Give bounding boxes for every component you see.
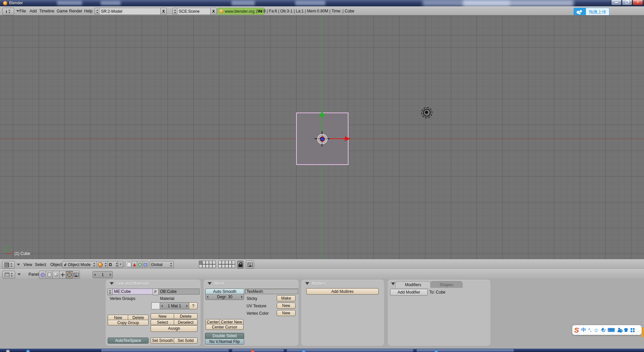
vertex-color-new-button[interactable]: New xyxy=(277,310,296,316)
3d-viewport[interactable]: y x (1) Cube xyxy=(0,15,644,259)
menu-add[interactable]: Add xyxy=(30,9,37,13)
ime-menu-icon[interactable] xyxy=(631,328,635,332)
layer-cell[interactable] xyxy=(209,261,212,264)
editor-type-selector[interactable]: i xyxy=(2,8,14,15)
degrees-slider[interactable]: Degr: 30 xyxy=(205,294,244,300)
uv-texture-new-button[interactable]: New xyxy=(277,303,296,309)
layer-cell[interactable] xyxy=(206,261,209,264)
taskbar-icon[interactable] xyxy=(302,350,306,352)
add-modifier-button[interactable]: Add Modifier xyxy=(390,289,428,296)
deselect-button[interactable]: Deselect xyxy=(174,319,198,325)
emoji-icon[interactable]: ☺ xyxy=(594,327,599,333)
orientation-dropdown[interactable]: Global xyxy=(150,261,174,268)
layer-cell[interactable] xyxy=(199,261,202,264)
menu-render[interactable]: Render xyxy=(69,9,82,13)
layer-cell[interactable] xyxy=(228,261,232,264)
menu-file[interactable]: File xyxy=(19,9,26,13)
mesh-name-field[interactable]: ME:Cube xyxy=(112,289,156,295)
collapse-menu-icon[interactable] xyxy=(16,10,19,12)
screen-spinner[interactable] xyxy=(95,8,100,15)
manipulator-grab-toggle[interactable] xyxy=(125,261,132,268)
texmesh-field[interactable]: TexMesh: xyxy=(245,289,298,294)
tab-shapes[interactable]: Shapes xyxy=(430,281,463,288)
scene-buttons-tab[interactable] xyxy=(72,271,80,279)
screen-selector[interactable]: SR:2-Model xyxy=(99,8,163,15)
layer-cell[interactable] xyxy=(212,264,216,268)
collapse-menu-icon[interactable] xyxy=(17,264,20,266)
menu-select[interactable]: Select xyxy=(35,262,46,267)
taskbar-button[interactable] xyxy=(101,349,229,352)
layer-cell[interactable] xyxy=(206,264,209,268)
screen-close-button[interactable]: X xyxy=(160,8,167,15)
soft-keyboard-icon[interactable]: ⌨ xyxy=(607,327,615,333)
taskbar-button[interactable] xyxy=(417,349,514,352)
menu-game[interactable]: Game xyxy=(57,9,68,13)
skin-icon[interactable] xyxy=(624,328,628,332)
add-multires-button[interactable]: Add Multires xyxy=(306,288,379,295)
material-color-swatch[interactable] xyxy=(151,302,160,309)
sogou-logo-icon[interactable]: S xyxy=(574,326,579,334)
frame-increment-icon[interactable] xyxy=(110,273,111,276)
tab-modifiers[interactable]: Modifiers xyxy=(395,281,431,288)
scene-close-button[interactable]: X xyxy=(210,8,217,15)
manipulator-x-arrow[interactable] xyxy=(345,136,351,141)
panel-collapse-icon[interactable] xyxy=(305,282,309,285)
menu-object[interactable]: Object xyxy=(50,262,62,267)
frame-decrement-icon[interactable] xyxy=(94,273,96,276)
voice-input-icon[interactable] xyxy=(601,328,605,333)
layer-cell[interactable] xyxy=(209,264,212,268)
layer-cell[interactable] xyxy=(225,264,228,268)
material-help-button[interactable]: ? xyxy=(189,302,198,309)
no-vnormal-flip-toggle[interactable]: No V.Normal Flip xyxy=(205,339,244,345)
degr-increment-icon[interactable] xyxy=(241,296,243,298)
restore-button[interactable] xyxy=(622,0,632,5)
chinese-mode-icon[interactable]: 中 xyxy=(581,327,586,333)
script-buttons-tab[interactable] xyxy=(46,271,53,279)
collapse-menu-icon[interactable] xyxy=(17,273,21,275)
center-cursor-button[interactable]: Center Cursor xyxy=(206,324,244,330)
layer-cell[interactable] xyxy=(199,264,202,268)
frame-number-field[interactable]: 1 xyxy=(93,271,113,278)
assign-button[interactable]: Assign xyxy=(151,325,198,332)
scene-spinner[interactable] xyxy=(172,8,177,15)
autotexspace-toggle[interactable]: AutoTexSpace xyxy=(108,338,149,344)
fake-user-button[interactable]: F xyxy=(153,289,159,295)
menu-view[interactable]: View xyxy=(23,262,32,267)
render-preview-button[interactable] xyxy=(246,261,254,269)
slot-increment-icon[interactable] xyxy=(186,305,188,307)
panel-collapse-icon[interactable] xyxy=(110,282,114,285)
editor-type-selector[interactable] xyxy=(2,261,15,269)
menu-help[interactable]: Help xyxy=(84,9,93,13)
punctuation-icon[interactable]: °, xyxy=(588,327,591,333)
logic-buttons-tab[interactable] xyxy=(39,271,46,279)
double-sided-toggle[interactable]: Double Sided xyxy=(205,333,244,339)
scene-selector[interactable]: SCE:Scene xyxy=(177,8,213,15)
layer-cell[interactable] xyxy=(218,264,222,268)
select-button[interactable]: Select xyxy=(151,319,174,325)
taskbar-button[interactable] xyxy=(232,349,284,352)
account-icon[interactable]: 17 xyxy=(617,328,622,332)
editing-buttons-tab[interactable] xyxy=(66,271,73,279)
minimize-button[interactable] xyxy=(611,0,622,5)
panel-collapse-icon[interactable] xyxy=(208,282,212,285)
taskbar-button[interactable] xyxy=(287,349,413,352)
lock-layers-toggle[interactable] xyxy=(237,261,244,269)
layer-cell[interactable] xyxy=(228,264,232,268)
layer-cell[interactable] xyxy=(222,261,225,264)
material-delete-button[interactable]: Delete xyxy=(174,313,198,319)
layer-cell[interactable] xyxy=(222,264,225,268)
object-name-field[interactable]: OB:Cube xyxy=(158,289,200,295)
layer-cell[interactable] xyxy=(232,264,235,268)
set-smooth-button[interactable]: Set Smooth xyxy=(151,338,174,344)
layer-cell[interactable] xyxy=(218,261,222,264)
layer-cell[interactable] xyxy=(225,261,228,264)
shading-buttons-tab[interactable] xyxy=(52,271,60,279)
layer-cell[interactable] xyxy=(202,264,206,268)
taskbar-icon[interactable] xyxy=(251,350,255,352)
move-centers-toggle[interactable] xyxy=(117,261,124,268)
material-slot-slider[interactable]: 1 Mat 1 xyxy=(160,302,189,309)
degr-decrement-icon[interactable] xyxy=(207,296,208,298)
mode-dropdown[interactable]: ↲ Object Mode xyxy=(62,261,97,268)
panel-collapse-icon[interactable] xyxy=(391,282,395,285)
layer-cell[interactable] xyxy=(212,261,216,264)
